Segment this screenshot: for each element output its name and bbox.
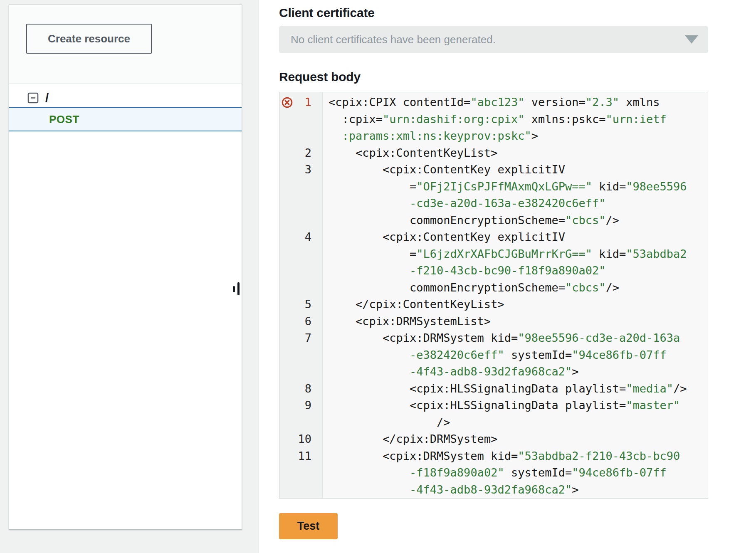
code-text: <cpix:HLSSignalingData playlist="master" (323, 397, 680, 414)
line-number (279, 262, 323, 279)
line-number (279, 363, 323, 380)
code-row: -e382420c6eff" systemId="94ce86fb-07ff (279, 347, 708, 364)
line-number (279, 178, 323, 195)
code-text: </cpix:DRMSystem> (323, 431, 497, 448)
line-number (279, 128, 323, 145)
code-row: -4f43-adb8-93d2fa968ca2"> (279, 363, 708, 380)
client-certificate-title: Client certificate (279, 6, 375, 20)
code-row: 4 <cpix:ContentKey explicitIV (279, 229, 708, 246)
code-row: commonEncryptionScheme="cbcs"/> (279, 212, 708, 229)
code-text: commonEncryptionScheme="cbcs"/> (323, 212, 619, 229)
code-text: -4f43-adb8-93d2fa968ca2"> (323, 481, 578, 499)
test-invoke-panel: Client certificate No client certificate… (259, 0, 756, 553)
code-row: 11 <cpix:DRMSystem kid="53abdba2-f210-43… (279, 448, 708, 465)
line-number: 6 (279, 313, 323, 330)
code-row: 8 <cpix:HLSSignalingData playlist="media… (279, 380, 708, 397)
code-row: -f18f9a890a02" systemId="94ce86fb-07ff (279, 464, 708, 481)
code-text: <cpix:ContentKey explicitIV (323, 161, 565, 178)
request-body-editor[interactable]: 1<cpix:CPIX contentId="abc123" version="… (279, 92, 708, 499)
line-number: 4 (279, 229, 323, 246)
resize-bar-tall (237, 282, 240, 295)
code-text: <cpix:DRMSystem kid="98ee5596-cd3e-a20d-… (323, 330, 680, 347)
code-row: commonEncryptionScheme="cbcs"/> (279, 279, 708, 296)
code-text: -4f43-adb8-93d2fa968ca2"> (323, 363, 578, 380)
code-text: :cpix="urn:dashif:org:cpix" xmlns:pskc="… (323, 111, 667, 128)
code-text: -e382420c6eff" systemId="94ce86fb-07ff (323, 347, 667, 364)
code-text: <cpix:ContentKeyList> (323, 145, 497, 162)
code-rows: 1<cpix:CPIX contentId="abc123" version="… (279, 92, 708, 498)
code-text: <cpix:DRMSystem kid="53abdba2-f210-43cb-… (323, 448, 680, 465)
code-row: 7 <cpix:DRMSystem kid="98ee5596-cd3e-a20… (279, 330, 708, 347)
line-number: 11 (279, 448, 323, 465)
code-text: commonEncryptionScheme="cbcs"/> (323, 279, 619, 296)
line-number: 9 (279, 397, 323, 414)
code-row: ="L6jzdXrXAFbCJGBuMrrKrG==" kid="53abdba… (279, 246, 708, 263)
pane-resize-handle-icon[interactable] (233, 282, 240, 295)
code-text: -cd3e-a20d-163a-e382420c6eff" (323, 195, 605, 212)
line-number (279, 414, 323, 431)
resource-root-label: / (45, 91, 49, 105)
line-number (279, 195, 323, 212)
code-text: </cpix:ContentKeyList> (323, 296, 504, 313)
code-text: -f18f9a890a02" systemId="94ce86fb-07ff (323, 464, 667, 481)
code-row: -cd3e-a20d-163a-e382420c6eff" (279, 195, 708, 212)
code-row: ="OFj2IjCsPJFfMAxmQxLGPw==" kid="98ee559… (279, 178, 708, 195)
code-text: <cpix:HLSSignalingData playlist="media"/… (323, 380, 687, 397)
method-post-item[interactable]: POST (9, 107, 242, 131)
line-number: 7 (279, 330, 323, 347)
line-number (279, 246, 323, 263)
code-row: 10 </cpix:DRMSystem> (279, 431, 708, 448)
code-row: -4f43-adb8-93d2fa968ca2"> (279, 481, 708, 499)
line-number: 10 (279, 431, 323, 448)
line-number: 2 (279, 145, 323, 162)
minus-square-icon[interactable] (27, 92, 39, 104)
code-row: 5 </cpix:ContentKeyList> (279, 296, 708, 313)
line-number (279, 481, 323, 499)
code-text: ="L6jzdXrXAFbCJGBuMrrKrG==" kid="53abdba… (323, 246, 687, 263)
line-number (279, 464, 323, 481)
code-row: 6 <cpix:DRMSystemList> (279, 313, 708, 330)
resources-panel-header: Create resource (9, 5, 242, 84)
test-button[interactable]: Test (279, 513, 338, 539)
code-row: /> (279, 414, 708, 431)
line-number (279, 347, 323, 364)
code-row: 2 <cpix:ContentKeyList> (279, 145, 708, 162)
line-number: 1 (279, 94, 323, 111)
code-text: -f210-43cb-bc90-f18f9a890a02" (323, 262, 605, 279)
resources-panel: Create resource / POST (9, 4, 242, 529)
method-post-label: POST (49, 113, 79, 126)
circle-x-icon (282, 97, 293, 108)
code-row: :params:xml:ns:keyprov:pskc"> (279, 128, 708, 145)
code-text: <cpix:ContentKey explicitIV (323, 229, 565, 246)
code-text: <cpix:CPIX contentId="abc123" version="2… (323, 94, 660, 111)
line-number (279, 212, 323, 229)
code-row: 3 <cpix:ContentKey explicitIV (279, 161, 708, 178)
client-certificate-dropdown[interactable]: No client certificates have been generat… (279, 26, 708, 53)
code-text: /> (323, 414, 450, 431)
request-body-title: Request body (279, 70, 361, 84)
resize-bar-short (233, 286, 235, 292)
create-resource-button[interactable]: Create resource (26, 24, 152, 54)
code-row: 1<cpix:CPIX contentId="abc123" version="… (279, 94, 708, 111)
line-number: 3 (279, 161, 323, 178)
line-number: 5 (279, 296, 323, 313)
code-row: -f210-43cb-bc90-f18f9a890a02" (279, 262, 708, 279)
resource-tree-root[interactable]: / (9, 87, 242, 109)
caret-down-icon (685, 35, 698, 44)
line-number: 8 (279, 380, 323, 397)
code-row: 9 <cpix:HLSSignalingData playlist="maste… (279, 397, 708, 414)
code-row: :cpix="urn:dashif:org:cpix" xmlns:pskc="… (279, 111, 708, 128)
code-text: :params:xml:ns:keyprov:pskc"> (323, 128, 538, 145)
line-number (279, 111, 323, 128)
client-certificate-dropdown-value: No client certificates have been generat… (291, 26, 496, 53)
code-text: <cpix:DRMSystemList> (323, 313, 491, 330)
code-text: ="OFj2IjCsPJFfMAxmQxLGPw==" kid="98ee559… (323, 178, 687, 195)
line-number (279, 279, 323, 296)
